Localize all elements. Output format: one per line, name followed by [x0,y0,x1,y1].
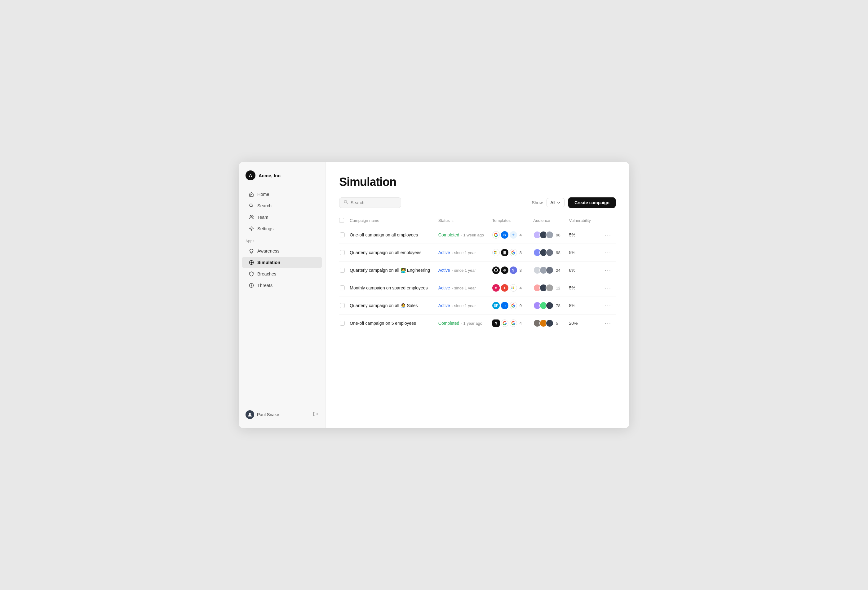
chevron-down-icon [557,201,561,205]
logo-circle: A [245,170,255,180]
sidebar-item-simulation[interactable]: Simulation [242,257,322,268]
simulation-icon [249,260,254,265]
row-more-button[interactable]: ··· [604,320,613,327]
row-checkbox[interactable] [340,268,345,273]
campaign-name: Quarterly campaign on all 🧑‍💼 Sales [350,297,438,314]
campaign-status: Active · since 1 year [438,297,492,314]
svg-rect-10 [495,251,497,252]
avatar [245,410,254,419]
campaign-audience: 24 [533,261,569,279]
campaign-audience: 78 [533,297,569,314]
campaign-name: One-off campaign on all employees [350,226,438,244]
col-header-templates: Templates [492,215,533,226]
user-name: Paul Snake [257,412,279,417]
svg-point-7 [249,413,251,415]
col-header-status[interactable]: Status ↓ [438,215,492,226]
row-checkbox[interactable] [340,285,345,291]
campaign-templates: # + 4 [492,279,533,297]
svg-point-1 [250,216,252,217]
campaign-audience: 12 [533,279,569,297]
row-more-button[interactable]: ··· [604,302,613,309]
template-icon [510,320,517,327]
campaign-name: Monthly campaign on spared employees [350,279,438,297]
campaign-templates: ⊙ S 3 [492,261,533,279]
toolbar: Show All Create campaign [339,198,616,208]
table-row: Quarterly campaign on all employees Acti… [339,244,616,261]
table-row: Quarterly campaign on all 🧑‍💻 Engineerin… [339,261,616,279]
template-icon [510,249,517,256]
campaign-name: One-off campaign on 5 employees [350,314,438,332]
table-row: Monthly campaign on spared employees Act… [339,279,616,297]
template-icon: ||| [501,249,508,256]
show-label: Show [532,200,543,205]
row-more-button[interactable]: ··· [604,232,613,238]
sidebar-item-settings[interactable]: Settings [242,223,322,234]
template-icon: B [501,231,508,239]
row-more-button[interactable]: ··· [604,285,613,291]
search-icon [249,203,254,208]
create-campaign-button[interactable]: Create campaign [568,198,616,208]
campaign-status: Completed · 1 week ago [438,226,492,244]
campaign-audience: 98 [533,226,569,244]
campaign-vulnerability: 5% [569,244,604,261]
campaign-status: Active · since 1 year [438,261,492,279]
campaign-name: Quarterly campaign on all 🧑‍💻 Engineerin… [350,261,438,279]
search-icon [344,200,348,205]
sidebar-item-breaches[interactable]: Breaches [242,268,322,280]
table-row: Quarterly campaign on all 🧑‍💼 Sales Acti… [339,297,616,314]
row-more-button[interactable]: ··· [604,267,613,274]
svg-rect-11 [494,252,495,254]
col-header-vulnerability: Vulnerability [569,215,604,226]
sidebar-item-search-label: Search [257,203,272,208]
select-all-checkbox[interactable] [339,218,344,223]
sidebar-item-team[interactable]: Team [242,212,322,223]
sidebar-item-search[interactable]: Search [242,200,322,211]
sidebar-item-home[interactable]: Home [242,189,322,200]
show-value: All [551,200,555,205]
company-logo[interactable]: A Acme, Inc [239,170,325,189]
search-box[interactable] [339,198,401,208]
col-header-actions [604,215,616,226]
campaign-status: Completed · 1 year ago [438,314,492,332]
svg-rect-15 [512,288,512,289]
template-icon: → [501,302,508,309]
row-checkbox[interactable] [340,232,345,237]
template-icon: ⊙ [501,267,508,274]
sort-arrow: ↓ [452,219,454,223]
audience-avatar [546,231,554,239]
svg-rect-16 [513,288,514,289]
campaign-vulnerability: 8% [569,297,604,314]
row-checkbox[interactable] [340,303,345,308]
app-window: A Acme, Inc Home [239,162,629,428]
row-checkbox[interactable] [340,321,345,326]
sidebar: A Acme, Inc Home [239,162,326,428]
sidebar-item-threats[interactable]: Threats [242,280,322,291]
logout-button[interactable] [313,411,318,418]
sidebar-item-awareness[interactable]: Awareness [242,245,322,257]
template-icon [492,231,500,239]
svg-point-3 [251,228,252,230]
template-icon [510,302,517,309]
campaign-audience: 98 [533,244,569,261]
row-more-button[interactable]: ··· [604,249,613,256]
template-icon [501,320,508,327]
table-row: One-off campaign on 5 employees Complete… [339,314,616,332]
campaign-status: Active · since 1 year [438,279,492,297]
team-icon [249,214,254,220]
sidebar-item-threats-label: Threats [257,283,273,288]
apps-nav: Awareness Simulation Bre [239,245,325,291]
audience-avatar [546,266,554,274]
search-input[interactable] [351,200,397,205]
row-checkbox[interactable] [340,250,345,255]
svg-point-2 [252,216,253,217]
home-icon [249,192,254,197]
template-icon [492,249,500,256]
sidebar-item-awareness-label: Awareness [257,249,279,254]
svg-point-0 [249,204,252,206]
audience-avatar [546,319,554,327]
template-icon: + [510,231,517,239]
campaign-name: Quarterly campaign on all employees [350,244,438,261]
show-select[interactable]: All [546,198,565,207]
campaign-vulnerability: 8% [569,261,604,279]
template-icon: S [510,267,517,274]
